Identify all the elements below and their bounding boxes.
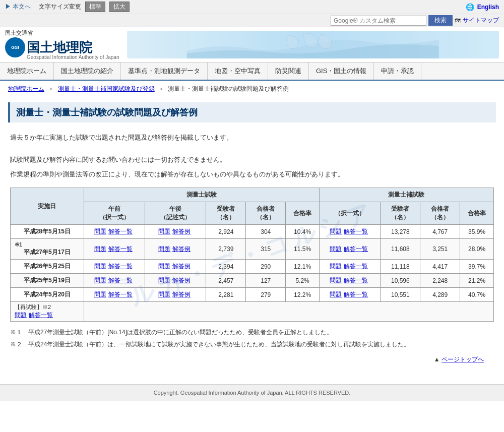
page-top-link[interactable]: ページトップへ: [442, 356, 484, 363]
cell-hojo-jukensha-4: 10,551: [381, 288, 420, 302]
hojo-kaitou-1[interactable]: 解答一覧: [344, 245, 368, 253]
mon-kaitou-2[interactable]: 解答一覧: [108, 263, 133, 270]
honbun-link[interactable]: ▶ 本文へ: [5, 3, 31, 11]
hojo-kaitou-3[interactable]: 解答一覧: [344, 277, 368, 284]
table-row: ※1平成27年5月17日問題解答一覧問題解答例2,73931511.5%問題解答…: [11, 239, 494, 260]
search-input[interactable]: [331, 16, 426, 26]
aft-mondai-3[interactable]: 問題: [158, 277, 170, 284]
hojo-kaitou-4[interactable]: 解答一覧: [344, 291, 368, 298]
aft-kaitou-1[interactable]: 解答例: [172, 245, 191, 253]
retest-mondai[interactable]: 問題: [15, 311, 27, 320]
font-large-btn[interactable]: 拡大: [109, 2, 130, 12]
sitemap-link[interactable]: サイトマップ: [463, 16, 499, 25]
aft-kaitou-4[interactable]: 解答例: [172, 291, 191, 298]
mon-kaitou-4[interactable]: 解答一覧: [108, 291, 133, 298]
cell-aft-links-3: 問題解答例: [145, 274, 206, 288]
retest-kaitou[interactable]: 解答一覧: [29, 311, 53, 320]
cell-hojo-links-2: 問題解答一覧: [319, 260, 380, 274]
logo-area: 国土交通省 GSI 国土地理院 Geospatial Information A…: [5, 29, 119, 60]
table-row: 平成25年5月19日問題解答一覧問題解答例2,4571275.2%問題解答一覧1…: [11, 274, 494, 288]
cell-hojo-gokakusha-2: 4,417: [420, 260, 460, 274]
page-top-area: ページトップへ: [20, 355, 484, 364]
hojo-mondai-3[interactable]: 問題: [330, 277, 342, 284]
hojo-mondai-2[interactable]: 問題: [330, 263, 342, 270]
table-row: 平成28年5月15日問題解答一覧問題解答例2,92430410.4%問題解答一覧…: [11, 225, 494, 239]
th-gozen: 午前（択一式）: [84, 202, 145, 225]
cell-gokakusha-4: 279: [246, 288, 286, 302]
nav-item-application[interactable]: 申請・承認: [374, 63, 421, 80]
aft-mondai-4[interactable]: 問題: [158, 291, 170, 298]
cell-mon-links-3: 問題解答一覧: [84, 274, 145, 288]
hojo-mondai-0[interactable]: 問題: [330, 228, 342, 235]
mon-kaitou-0[interactable]: 解答一覧: [108, 228, 133, 235]
cell-hojo-gokakusha-1: 3,251: [420, 239, 460, 260]
cell-aft-links-1: 問題解答例: [145, 239, 206, 260]
aft-kaitou-2[interactable]: 解答例: [172, 263, 191, 270]
retest-links: 問題 解答一覧: [15, 311, 80, 320]
cell-aft-links-0: 問題解答例: [145, 225, 206, 239]
th-takuichi: （択一式）: [319, 202, 380, 225]
cell-hojo-gokakuritsu-1: 28.0%: [460, 239, 494, 260]
cell-jukensha-2: 2,394: [206, 260, 246, 274]
row-note-1: ※1: [15, 241, 80, 248]
cell-mon-links-0: 問題解答一覧: [84, 225, 145, 239]
nav-item-survey-data[interactable]: 基準点・測地観測データ: [121, 63, 208, 80]
map-svg: [127, 31, 499, 58]
english-link[interactable]: English: [477, 4, 499, 11]
content-area: 過去５か年に実施した試験で出題された問題及び解答例を掲載しています。 試験問題及…: [0, 128, 504, 374]
cell-hojo-jukensha-1: 11,608: [381, 239, 420, 260]
hojo-mondai-4[interactable]: 問題: [330, 291, 342, 298]
breadcrumb-parent[interactable]: 測量士・測量士補国家試験及び登録: [58, 85, 155, 92]
font-standard-btn[interactable]: 標準: [85, 2, 105, 12]
cell-gokakusha-3: 127: [246, 274, 286, 288]
nav-item-gis[interactable]: GIS・国土の情報: [309, 63, 374, 80]
aft-kaitou-3[interactable]: 解答例: [172, 277, 191, 284]
cell-hojo-gokakuritsu-3: 21.2%: [460, 274, 494, 288]
table-row: 平成24年5月20日問題解答一覧問題解答例2,28127912.2%問題解答一覧…: [11, 288, 494, 302]
logo-sub: Geospatial Information Authority of Japa…: [27, 54, 119, 60]
footnote1: ※１ 平成27年測量士試験（午前）[No.14]は選択肢の中に正解のない問題だっ…: [10, 328, 494, 337]
cell-gokakuritsu-0: 10.4%: [286, 225, 320, 239]
hojo-kaitou-2[interactable]: 解答一覧: [344, 263, 368, 270]
nav-item-intro[interactable]: 国土地理院の紹介: [54, 63, 121, 80]
mon-mondai-3[interactable]: 問題: [94, 277, 106, 284]
mon-kaitou-3[interactable]: 解答一覧: [108, 277, 133, 284]
cell-hojo-gokakusha-4: 4,289: [420, 288, 460, 302]
mon-mondai-4[interactable]: 問題: [94, 291, 106, 298]
mon-mondai-2[interactable]: 問題: [94, 263, 106, 270]
page-title: 測量士・測量士補試験の試験問題及び解答例: [16, 106, 490, 118]
mon-mondai-0[interactable]: 問題: [94, 228, 106, 235]
cell-hojo-gokakuritsu-4: 40.7%: [460, 288, 494, 302]
cell-mon-links-1: 問題解答一覧: [84, 239, 145, 260]
aft-mondai-2[interactable]: 問題: [158, 263, 170, 270]
cell-retest-date: 【再試験】※2 問題 解答一覧: [11, 302, 84, 322]
intro-line3: 作業規程の準則や測量法等の改正により、現在では解答が存在しないものや異なるものが…: [10, 169, 494, 180]
mon-kaitou-1[interactable]: 解答一覧: [108, 245, 133, 253]
search-button[interactable]: 検索: [428, 15, 453, 26]
hojo-kaitou-0[interactable]: 解答一覧: [344, 228, 368, 235]
hojo-mondai-1[interactable]: 問題: [330, 245, 342, 253]
search-row: 検索 🗺 サイトマップ: [0, 14, 504, 27]
aft-mondai-0[interactable]: 問題: [158, 228, 170, 235]
th-jukensha2: 受験者（名）: [381, 202, 420, 225]
breadcrumb-home[interactable]: 地理院ホーム: [8, 85, 44, 92]
mon-mondai-1[interactable]: 問題: [94, 245, 106, 253]
nav-item-disaster[interactable]: 防災関連: [268, 63, 309, 80]
aft-kaitou-0[interactable]: 解答例: [172, 228, 191, 235]
th-gokakuritsu2: 合格率: [460, 202, 494, 225]
retest-label: 【再試験】※2: [15, 303, 80, 311]
cell-hojo-gokakusha-3: 2,248: [420, 274, 460, 288]
cell-gokakusha-0: 304: [246, 225, 286, 239]
breadcrumb-sep2: ＞: [158, 85, 164, 92]
nav-item-home[interactable]: 地理院ホーム: [0, 63, 54, 80]
cell-gokakuritsu-2: 12.1%: [286, 260, 320, 274]
page-title-area: 測量士・測量士補試験の試験問題及び解答例: [8, 102, 496, 122]
aft-mondai-1[interactable]: 問題: [158, 245, 170, 253]
cell-gokakuritsu-4: 12.2%: [286, 288, 320, 302]
cell-jukensha-4: 2,281: [206, 288, 246, 302]
cell-mon-links-4: 問題解答一覧: [84, 288, 145, 302]
breadcrumb-sep1: ＞: [48, 85, 54, 92]
nav-item-map[interactable]: 地図・空中写真: [208, 63, 268, 80]
logo-main-text[interactable]: 国土地理院: [27, 39, 92, 56]
cell-date-1: ※1平成27年5月17日: [11, 239, 84, 260]
